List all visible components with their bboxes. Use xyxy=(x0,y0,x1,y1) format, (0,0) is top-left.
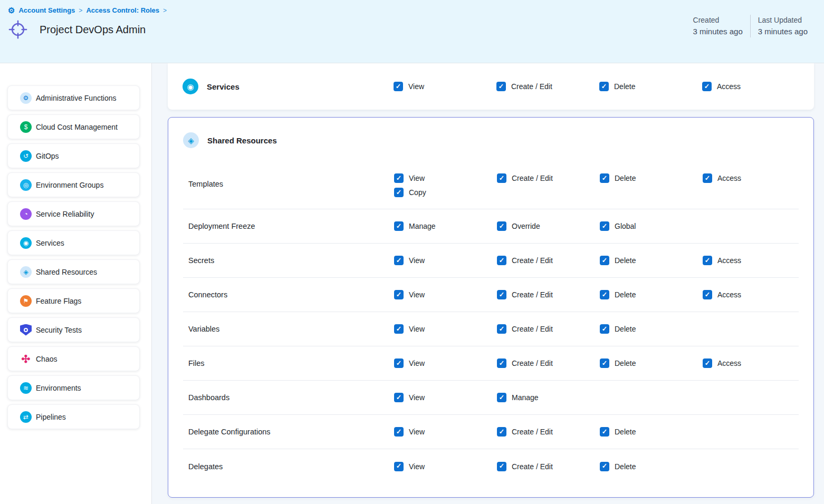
permission-delegates-view: ✓View xyxy=(394,462,497,471)
templates-delete-checkbox[interactable]: ✓ xyxy=(600,173,609,183)
permission-files-delete: ✓Delete xyxy=(600,358,703,368)
secrets-delete-checkbox[interactable]: ✓ xyxy=(600,256,609,265)
check-icon: ✓ xyxy=(499,175,504,182)
check-icon: ✓ xyxy=(396,326,401,333)
deployment-freeze-override-checkbox[interactable]: ✓ xyxy=(497,221,506,231)
resource-label: Delegate Configurations xyxy=(183,428,394,436)
breadcrumb-link-account-settings[interactable]: Account Settings xyxy=(18,6,75,14)
permission-label: View xyxy=(409,393,425,402)
templates-view-checkbox[interactable]: ✓ xyxy=(394,173,404,183)
sidebar-item-pipelines[interactable]: ⇄Pipelines xyxy=(7,404,140,429)
permission-label: Delete xyxy=(615,290,636,299)
pipelines-icon: ⇄ xyxy=(20,411,32,423)
permission-templates-create-edit: ✓Create / Edit xyxy=(497,173,553,183)
check-icon: ✓ xyxy=(602,175,607,182)
services-access-checkbox[interactable]: ✓ xyxy=(702,82,712,91)
resource-label: Secrets xyxy=(183,256,394,265)
secrets-access-checkbox[interactable]: ✓ xyxy=(703,256,712,265)
services-delete-checkbox[interactable]: ✓ xyxy=(599,82,609,91)
delegates-create-edit-checkbox[interactable]: ✓ xyxy=(497,462,506,471)
files-access-checkbox[interactable]: ✓ xyxy=(703,358,712,368)
settings-gear-icon: ⚙ xyxy=(8,6,15,14)
services-create-edit-checkbox[interactable]: ✓ xyxy=(496,82,506,91)
delegate-configurations-create-edit-checkbox[interactable]: ✓ xyxy=(497,427,506,437)
permission-cell: ✓Create / Edit xyxy=(497,427,600,437)
environments-icon: ≋ xyxy=(20,382,32,394)
permission-cell: ✓Access xyxy=(703,290,799,299)
sidebar-item-feature-flags[interactable]: ⚑Feature Flags xyxy=(7,288,140,313)
permission-cell: ✓View xyxy=(394,256,497,265)
sidebar-item-service-reliability[interactable]: ◔Service Reliability xyxy=(7,201,140,226)
files-view-checkbox[interactable]: ✓ xyxy=(394,358,404,368)
breadcrumb-separator: > xyxy=(79,7,82,14)
templates-copy-checkbox[interactable]: ✓ xyxy=(394,188,404,197)
variables-delete-checkbox[interactable]: ✓ xyxy=(600,324,609,334)
sidebar-item-label: GitOps xyxy=(36,152,59,160)
check-icon: ✓ xyxy=(499,463,504,470)
permission-label: Global xyxy=(615,222,636,230)
permission-label: Create / Edit xyxy=(511,82,552,91)
dashboards-view-checkbox[interactable]: ✓ xyxy=(394,393,404,402)
page-title: Project DevOps Admin xyxy=(40,24,146,36)
permission-label: Delete xyxy=(615,256,636,265)
check-icon: ✓ xyxy=(396,189,401,196)
permission-deployment-freeze-global: ✓Global xyxy=(600,221,703,231)
permission-label: Copy xyxy=(409,188,426,197)
deployment-freeze-manage-checkbox[interactable]: ✓ xyxy=(394,221,404,231)
sidebar-item-security-tests[interactable]: Security Tests xyxy=(7,317,140,342)
secrets-view-checkbox[interactable]: ✓ xyxy=(394,256,404,265)
permission-delegate-configurations-view: ✓View xyxy=(394,427,497,437)
delegate-configurations-view-checkbox[interactable]: ✓ xyxy=(394,427,404,437)
cloud-dollar-icon: $ xyxy=(20,121,32,133)
dashboards-manage-checkbox[interactable]: ✓ xyxy=(497,393,506,402)
sidebar-item-shared-resources[interactable]: ◈Shared Resources xyxy=(7,259,140,284)
deployment-freeze-global-checkbox[interactable]: ✓ xyxy=(600,221,609,231)
permission-variables-view: ✓View xyxy=(394,324,497,334)
feature-flag-icon: ⚑ xyxy=(20,295,32,307)
permission-services-view: ✓View xyxy=(394,82,496,91)
check-icon: ✓ xyxy=(499,429,504,435)
delegate-configurations-delete-checkbox[interactable]: ✓ xyxy=(600,427,609,437)
permission-label: Delete xyxy=(614,82,635,91)
permission-delegates-create-edit: ✓Create / Edit xyxy=(497,462,600,471)
sidebar-item-services[interactable]: ◉Services xyxy=(7,230,140,255)
resource-label: Dashboards xyxy=(183,393,394,402)
variables-view-checkbox[interactable]: ✓ xyxy=(394,324,404,334)
permission-cell: ✓Delete xyxy=(600,427,703,437)
services-view-checkbox[interactable]: ✓ xyxy=(394,82,403,91)
permission-connectors-view: ✓View xyxy=(394,290,497,299)
check-icon: ✓ xyxy=(499,394,504,401)
sidebar-item-administrative-functions[interactable]: ⚙Administrative Functions xyxy=(7,85,140,110)
connectors-delete-checkbox[interactable]: ✓ xyxy=(600,290,609,299)
services-col-0: ✓View xyxy=(394,82,496,91)
permission-templates-delete: ✓Delete xyxy=(600,173,636,183)
sidebar-item-cloud-cost-management[interactable]: $Cloud Cost Management xyxy=(7,114,140,139)
sidebar-item-chaos[interactable]: ✣Chaos xyxy=(7,346,140,371)
templates-access-checkbox[interactable]: ✓ xyxy=(703,173,712,183)
files-delete-checkbox[interactable]: ✓ xyxy=(600,358,609,368)
connectors-view-checkbox[interactable]: ✓ xyxy=(394,290,404,299)
permission-cell: ✓Access xyxy=(703,256,799,265)
variables-create-edit-checkbox[interactable]: ✓ xyxy=(497,324,506,334)
connectors-create-edit-checkbox[interactable]: ✓ xyxy=(497,290,506,299)
templates-create-edit-checkbox[interactable]: ✓ xyxy=(497,173,506,183)
sidebar-item-label: Shared Resources xyxy=(36,268,97,276)
sidebar-item-environment-groups[interactable]: ◎Environment Groups xyxy=(7,172,140,197)
check-icon: ✓ xyxy=(396,360,401,367)
connectors-access-checkbox[interactable]: ✓ xyxy=(703,290,712,299)
files-create-edit-checkbox[interactable]: ✓ xyxy=(497,358,506,368)
permission-label: Create / Edit xyxy=(512,174,553,182)
services-permissions-card: ◉ Services ✓View ✓Create / Edit ✓Delete … xyxy=(168,63,814,110)
sidebar-item-environments[interactable]: ≋Environments xyxy=(7,375,140,400)
delegates-delete-checkbox[interactable]: ✓ xyxy=(600,462,609,471)
permission-label: Create / Edit xyxy=(512,325,553,333)
breadcrumb-link-access-control-roles[interactable]: Access Control: Roles xyxy=(86,6,159,14)
sidebar-item-gitops[interactable]: ↺GitOps xyxy=(7,143,140,168)
delegates-view-checkbox[interactable]: ✓ xyxy=(394,462,404,471)
resource-label: Templates xyxy=(183,180,394,188)
permission-templates-copy: ✓Copy xyxy=(394,188,426,197)
permission-row-connectors: Connectors✓View✓Create / Edit✓Delete✓Acc… xyxy=(183,278,799,312)
secrets-create-edit-checkbox[interactable]: ✓ xyxy=(497,256,506,265)
permission-row-templates: Templates✓View✓Copy✓Create / Edit✓Delete… xyxy=(183,159,799,209)
services-card-title: Services xyxy=(207,82,239,91)
